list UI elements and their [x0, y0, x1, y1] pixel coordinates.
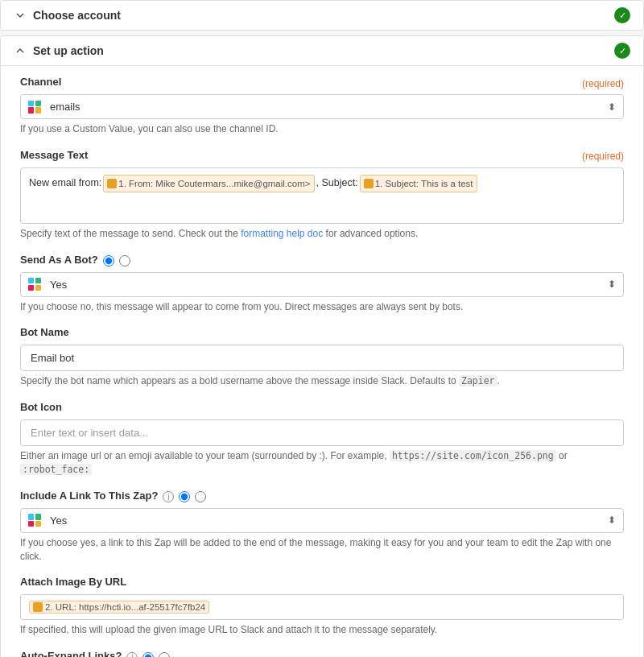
attach-image-label: Attach Image By URL — [20, 576, 126, 588]
attach-image-url-tag: 2. URL: https://hcti.io...af-25517fc7fb2… — [29, 601, 209, 614]
attach-image-tag-label: 2. URL: — [45, 602, 76, 612]
auto-expand-info-icon[interactable]: i — [126, 652, 138, 657]
bot-icon-code1: https://site.com/icon_256.png — [390, 450, 556, 461]
slack-icon-channel — [28, 101, 41, 114]
include-link-field-group: Include A Link To This Zap? i — [20, 490, 624, 564]
bot-icon-help: Either an image url or an emoji availabl… — [20, 449, 624, 477]
chevron-down-icon — [14, 9, 27, 22]
setup-action-header[interactable]: Set up action ✓ — [1, 36, 643, 65]
attach-image-help: If specified, this will upload the given… — [20, 623, 624, 637]
tag-icon-url — [33, 602, 43, 612]
bot-name-help: Specify the bot name which appears as a … — [20, 374, 624, 388]
auto-expand-label: Auto-Expand Links? — [20, 650, 122, 657]
auto-expand-radio-yes[interactable] — [142, 652, 154, 657]
choose-account-check: ✓ — [614, 7, 630, 23]
choose-account-header[interactable]: Choose account ✓ — [1, 1, 643, 30]
formatting-help-link[interactable]: formatting help doc — [241, 228, 323, 239]
include-link-info-icon[interactable]: i — [163, 491, 174, 502]
send-as-bot-select[interactable]: Yes — [20, 272, 624, 297]
channel-required: (required) — [582, 78, 624, 89]
tag-icon-subject — [364, 179, 374, 188]
channel-label: Channel — [20, 76, 61, 88]
message-text-label: Message Text — [20, 149, 88, 161]
send-as-bot-radio-yes[interactable] — [103, 255, 114, 267]
send-as-bot-help: If you choose no, this message will appe… — [20, 300, 624, 314]
bot-icon-input[interactable] — [20, 419, 624, 446]
include-link-radio-no[interactable] — [195, 491, 206, 502]
send-as-bot-label: Send As A Bot? — [20, 254, 98, 266]
chevron-up-icon — [14, 44, 27, 57]
message-separator: , Subject: — [316, 175, 358, 191]
message-tag-from: 1. From: Mike Coutermars...mike@gmail.co… — [103, 175, 314, 192]
send-as-bot-field-group: Send As A Bot? Yes — [20, 254, 624, 314]
setup-action-section: Set up action ✓ Channel (required) — [0, 35, 644, 657]
message-text-required: (required) — [582, 151, 624, 162]
message-text-field-group: Message Text (required) New email from: … — [20, 149, 624, 241]
slack-icon-include-link — [28, 514, 41, 527]
bot-name-code: Zapier — [459, 375, 497, 386]
message-text-box[interactable]: New email from: 1. From: Mike Coutermars… — [20, 167, 624, 224]
auto-expand-field-group: Auto-Expand Links? i — [20, 650, 624, 657]
bot-name-field-group: Bot Name Specify the bot name which appe… — [20, 326, 624, 388]
channel-field-group: Channel (required) emails — [20, 76, 624, 136]
attach-image-box[interactable]: 2. URL: https://hcti.io...af-25517fc7fb2… — [20, 594, 624, 620]
include-link-select-wrapper: Yes ⬍ — [20, 508, 624, 533]
message-text-help: Specify text of the message to send. Che… — [20, 227, 624, 241]
channel-help-text: If you use a Custom Value, you can also … — [20, 122, 624, 136]
channel-select-wrapper: emails ⬍ — [20, 94, 624, 119]
include-link-radio-yes[interactable] — [179, 491, 190, 502]
bot-icon-field-group: Bot Icon Either an image url or an emoji… — [20, 401, 624, 477]
choose-account-section: Choose account ✓ — [0, 0, 644, 31]
send-as-bot-select-wrapper: Yes ⬍ — [20, 272, 624, 297]
message-prefix: New email from: — [29, 175, 101, 191]
include-link-label: Include A Link To This Zap? — [20, 490, 158, 502]
include-link-select[interactable]: Yes — [20, 508, 624, 533]
bot-icon-code2: :robot_face: — [20, 464, 92, 475]
auto-expand-radio-no[interactable] — [159, 652, 170, 657]
attach-image-field-group: Attach Image By URL 2. URL: https://hcti… — [20, 576, 624, 637]
tag-icon-from — [107, 179, 117, 188]
setup-action-title: Set up action — [33, 44, 104, 57]
include-link-help: If you choose yes, a link to this Zap wi… — [20, 536, 624, 564]
bot-name-label: Bot Name — [20, 326, 69, 338]
bot-icon-label: Bot Icon — [20, 401, 62, 413]
choose-account-title: Choose account — [33, 9, 121, 22]
send-as-bot-radio-no[interactable] — [119, 255, 130, 267]
bot-name-input[interactable] — [20, 345, 624, 371]
slack-icon-bot — [28, 278, 41, 291]
channel-select[interactable]: emails — [20, 94, 624, 119]
attach-image-tag-value: https://hcti.io...af-25517fc7fb24 — [79, 602, 205, 612]
message-tag-subject: 1. Subject: This is a test — [360, 175, 477, 192]
setup-action-body: Channel (required) emails — [1, 65, 643, 657]
setup-action-check: ✓ — [614, 43, 630, 59]
